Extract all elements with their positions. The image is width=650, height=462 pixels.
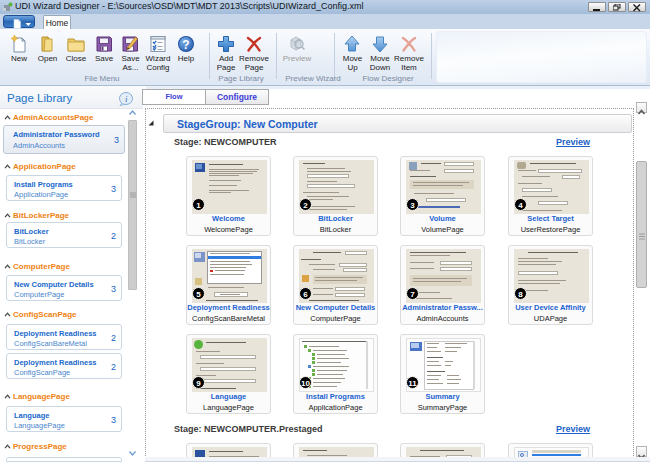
svg-text:?: ?: [182, 38, 189, 52]
